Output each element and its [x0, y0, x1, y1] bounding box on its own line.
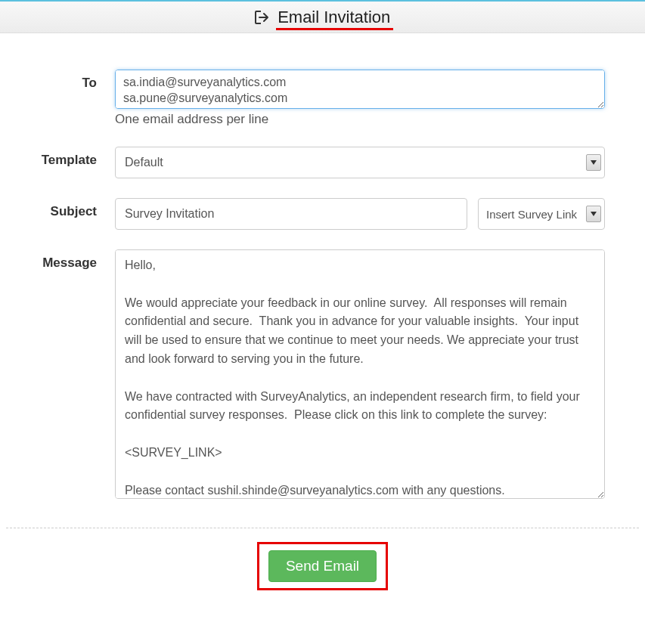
page-header: Email Invitation — [0, 2, 645, 33]
to-help-text: One email address per line — [115, 112, 621, 127]
chevron-down-icon — [586, 154, 601, 171]
email-form: To One email address per line Template D… — [0, 33, 645, 528]
form-footer: Send Email — [0, 528, 645, 607]
message-label: Message — [24, 249, 115, 271]
message-input[interactable] — [115, 249, 605, 499]
chevron-down-icon — [586, 206, 601, 222]
insert-survey-link-select[interactable]: Insert Survey Link — [478, 198, 605, 230]
to-input[interactable] — [115, 70, 605, 109]
send-email-button[interactable]: Send Email — [268, 550, 377, 582]
insert-link-label: Insert Survey Link — [479, 208, 586, 221]
signout-icon — [255, 11, 270, 27]
to-label: To — [24, 70, 115, 91]
page-title: Email Invitation — [278, 8, 390, 26]
template-label: Template — [24, 147, 115, 168]
template-select[interactable]: Default — [115, 147, 605, 178]
title-underline — [276, 28, 394, 30]
template-selected-value: Default — [116, 156, 586, 169]
subject-input[interactable] — [115, 198, 467, 230]
subject-label: Subject — [24, 198, 115, 219]
send-highlight-box: Send Email — [257, 542, 388, 590]
